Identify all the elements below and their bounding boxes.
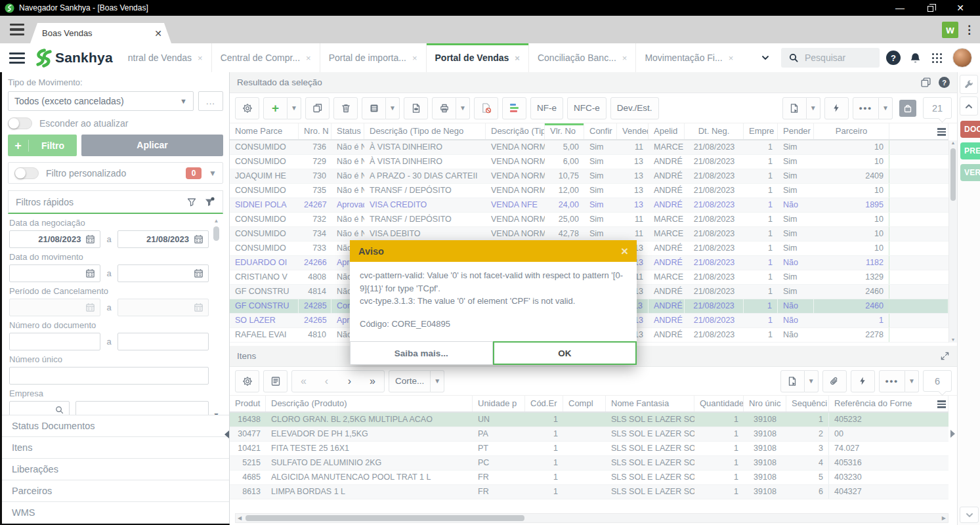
scrollbar-thumb[interactable] (213, 226, 219, 241)
column-header[interactable]: Empre (744, 123, 778, 139)
notifications-bell-icon[interactable] (909, 52, 922, 64)
column-header[interactable]: Produt (230, 396, 266, 411)
previous-record-icon[interactable]: ‹ (315, 371, 338, 392)
app-tab[interactable]: Portal de Vendas × (426, 43, 528, 72)
close-button[interactable]: ✕ (945, 0, 975, 16)
date-from-input[interactable] (9, 264, 100, 282)
table-row[interactable]: CONSUMIDO734Não é NVISA DEBITOVENDA NORM… (230, 227, 948, 242)
nfce-button[interactable]: NFC-e (567, 97, 607, 119)
search-icon[interactable] (54, 405, 64, 415)
first-record-icon[interactable]: « (292, 371, 315, 392)
table-row[interactable]: JOAQUIM HE730Não é NA PRAZO - 30 DIAS CA… (230, 169, 948, 184)
corte-button[interactable]: Corte... (389, 370, 431, 392)
column-header[interactable]: Vlr. No (545, 123, 584, 139)
tab-close-icon[interactable]: × (622, 53, 628, 63)
apply-button[interactable]: Aplicar (81, 135, 223, 156)
help-icon[interactable]: ? (886, 51, 901, 65)
user-avatar[interactable] (952, 48, 972, 68)
numero-unico-input[interactable] (9, 367, 209, 385)
collapse-down-button[interactable] (960, 507, 979, 523)
column-header[interactable]: Status (331, 123, 364, 139)
column-header[interactable]: Descrição (Tip (486, 123, 545, 139)
sidebar-accordion-item[interactable]: Parceiros (2, 480, 229, 502)
scroll-down-icon[interactable]: ▼ (949, 337, 957, 342)
calendar-icon[interactable] (85, 234, 95, 244)
sidebar-accordion-item[interactable]: Liberações (2, 459, 229, 480)
column-header[interactable]: Vended (617, 123, 649, 139)
itens-more-dropdown[interactable]: ▼ (905, 370, 919, 392)
column-header[interactable]: Nro. N (299, 123, 331, 139)
calendar-icon[interactable] (194, 234, 203, 244)
panel-help-icon[interactable]: ? (939, 77, 950, 88)
app-tab[interactable]: ntral de Vendas × (119, 43, 211, 72)
scroll-up-icon[interactable]: ▲ (212, 218, 221, 224)
duplicate-button[interactable] (305, 97, 330, 119)
itens-quick-actions-button[interactable] (851, 370, 875, 392)
column-header[interactable]: Apelid (649, 123, 685, 139)
sidebar-accordion-item[interactable]: Itens (2, 437, 229, 459)
table-row[interactable]: 5215SULFATO DE ALUMINIO 2KGPC1SLS SOL E … (230, 456, 948, 471)
more-actions-dropdown[interactable]: ▼ (879, 97, 893, 119)
custom-filter-toggle[interactable] (14, 167, 39, 179)
attachments-button[interactable] (822, 370, 847, 392)
itens-count-badge[interactable]: 6 (923, 370, 952, 392)
table-row[interactable]: 10421FITA TESTE 25 16X1PT1SLS SOL E LAZE… (230, 442, 948, 456)
expand-panel-icon[interactable] (940, 351, 950, 361)
date-to-input[interactable] (117, 299, 209, 316)
add-record-button[interactable]: + (263, 97, 288, 119)
saiba-mais-button[interactable]: Saiba mais... (350, 341, 493, 365)
column-header[interactable]: Parceiro (814, 123, 889, 139)
last-record-icon[interactable]: » (361, 371, 384, 392)
status-legend-button[interactable] (502, 97, 526, 119)
table-row[interactable]: SIDNEI POLA24267AprovadVISA CREDITOVENDA… (230, 198, 948, 213)
table-row[interactable]: CONSUMIDO729Não é NÀ VISTA DINHEIROVENDA… (230, 155, 948, 169)
add-filter-button[interactable]: + Filtro (8, 135, 77, 156)
tab-close-icon[interactable]: × (306, 53, 311, 63)
dialog-header[interactable]: Aviso × (350, 240, 637, 262)
restore-button[interactable] (915, 0, 945, 16)
tab-close-icon[interactable]: × (198, 53, 203, 63)
column-header[interactable]: Dt. Neg. (685, 123, 744, 139)
export-document-button[interactable] (782, 97, 807, 119)
minimize-button[interactable]: — (885, 0, 915, 16)
table-row[interactable]: CONSUMIDO735Não é NTRANSF / DEPÓSITOVEND… (230, 184, 948, 198)
delete-button[interactable] (333, 97, 358, 119)
panel-expand-handle[interactable] (950, 430, 955, 438)
clear-filter-icon[interactable] (203, 196, 215, 208)
more-actions-button[interactable]: ••• (853, 97, 879, 119)
calendar-icon[interactable] (85, 268, 95, 278)
column-header[interactable]: Unidade p (473, 396, 525, 411)
export-dropdown[interactable]: ▼ (807, 97, 820, 119)
add-record-dropdown[interactable]: ▼ (288, 97, 301, 119)
column-header[interactable]: Descrição (Tipo de Nego (364, 123, 486, 139)
nfe-button[interactable]: NF-e (530, 97, 563, 119)
itens-export-button[interactable] (780, 370, 805, 392)
column-header[interactable]: Sequênci (786, 396, 829, 411)
itens-export-dropdown[interactable]: ▼ (805, 370, 819, 392)
table-row[interactable]: 30477ELEVADOR DE PH 1,5KGPA1SLS SOL E LA… (230, 427, 948, 442)
dialog-close-icon[interactable]: × (621, 245, 628, 257)
tab-close-icon[interactable]: ✕ (154, 28, 162, 39)
app-menu-hamburger-icon[interactable] (9, 52, 25, 64)
scrollbar-thumb[interactable] (950, 148, 956, 201)
sidebar-accordion-item[interactable]: Status Documentos (2, 415, 229, 437)
rail-tag[interactable]: DOC (960, 121, 980, 138)
document-tab[interactable]: Boas Vendas ✕ (30, 23, 171, 43)
horizontal-scrollbar[interactable]: ◀ ▶ (235, 513, 948, 523)
sidebar-accordion-item[interactable]: WMS (2, 502, 229, 524)
number-to-input[interactable] (117, 333, 209, 350)
column-header[interactable]: Referência do Forne (829, 396, 948, 411)
tools-button[interactable] (960, 75, 978, 94)
form-view-button[interactable] (263, 370, 288, 392)
corte-dropdown[interactable]: ▼ (431, 370, 444, 392)
filter-icon[interactable] (186, 197, 197, 207)
scroll-up-icon[interactable]: ▲ (949, 140, 957, 145)
scroll-right-icon[interactable]: ▶ (942, 515, 946, 521)
print-dropdown[interactable]: ▼ (456, 97, 470, 119)
column-header[interactable]: Cód.Er (525, 396, 563, 411)
app-tab[interactable]: Portal de importa... × (320, 43, 426, 72)
itens-more-button[interactable]: ••• (879, 370, 905, 392)
extension-icon[interactable]: w (942, 22, 958, 38)
dev-est-button[interactable]: Dev./Est. (610, 97, 659, 119)
list-view-dropdown[interactable]: ▼ (386, 97, 400, 119)
